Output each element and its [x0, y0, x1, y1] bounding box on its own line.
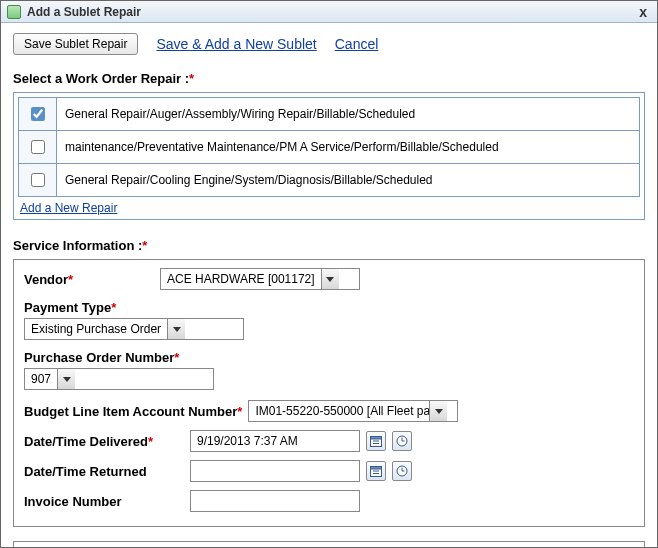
returned-input[interactable] [190, 460, 360, 482]
budget-value: IM01-55220-550000 [All Fleet part [249, 404, 429, 418]
save-sublet-button[interactable]: Save Sublet Repair [13, 33, 138, 55]
payment-type-label: Payment Type* [24, 300, 634, 315]
returned-row: Date/Time Returned [24, 460, 634, 482]
svg-rect-8 [371, 467, 382, 470]
payment-type-select[interactable]: Existing Purchase Order [24, 318, 244, 340]
svg-rect-1 [371, 437, 382, 440]
repair-panel: General Repair/Auger/Assembly/Wiring Rep… [13, 92, 645, 220]
po-number-label-text: Purchase Order Number [24, 350, 174, 365]
vendor-row: Vendor* ACE HARDWARE [001172] [24, 268, 634, 290]
delivered-label-text: Date/Time Delivered [24, 434, 148, 449]
repair-checkbox[interactable] [31, 173, 45, 187]
required-asterisk: * [142, 238, 147, 253]
repair-label: General Repair/Auger/Assembly/Wiring Rep… [57, 98, 640, 131]
delivered-row: Date/Time Delivered* [24, 430, 634, 452]
vendor-select[interactable]: ACE HARDWARE [001172] [160, 268, 360, 290]
table-row[interactable]: General Repair/Auger/Assembly/Wiring Rep… [19, 98, 640, 131]
service-heading-text: Service Information : [13, 238, 142, 253]
chevron-down-icon[interactable] [167, 319, 185, 339]
required-asterisk: * [189, 71, 194, 86]
chevron-down-icon[interactable] [57, 369, 75, 389]
repair-checkbox[interactable] [31, 140, 45, 154]
repair-checkbox[interactable] [31, 107, 45, 121]
po-number-select[interactable]: 907 [24, 368, 214, 390]
calendar-icon[interactable] [366, 431, 386, 451]
po-number-value: 907 [25, 372, 57, 386]
clock-icon[interactable] [392, 461, 412, 481]
content-area: Save Sublet Repair Save & Add a New Subl… [1, 23, 657, 547]
add-repair-link[interactable]: Add a New Repair [20, 201, 117, 215]
table-row[interactable]: maintenance/Preventative Maintenance/PM … [19, 131, 640, 164]
invoice-input[interactable] [190, 490, 360, 512]
delivered-input[interactable] [190, 430, 360, 452]
payment-type-label-text: Payment Type [24, 300, 111, 315]
required-asterisk: * [111, 300, 116, 315]
po-number-label: Purchase Order Number* [24, 350, 634, 365]
window-title: Add a Sublet Repair [27, 5, 141, 19]
vendor-label: Vendor* [24, 272, 154, 287]
repair-heading: Select a Work Order Repair :* [13, 71, 645, 86]
window-icon [7, 5, 21, 19]
invoice-label: Invoice Number [24, 494, 184, 509]
cancel-link[interactable]: Cancel [335, 36, 379, 52]
invoice-row: Invoice Number [24, 490, 634, 512]
required-asterisk: * [237, 404, 242, 419]
repair-heading-text: Select a Work Order Repair : [13, 71, 189, 86]
cost-panel: Cost Information : [13, 541, 645, 547]
titlebar: Add a Sublet Repair x [1, 1, 657, 23]
service-panel: Vendor* ACE HARDWARE [001172] Payment Ty… [13, 259, 645, 527]
required-asterisk: * [148, 434, 153, 449]
toolbar: Save Sublet Repair Save & Add a New Subl… [13, 33, 645, 55]
budget-row: Budget Line Item Account Number* IM01-55… [24, 400, 634, 422]
chevron-down-icon[interactable] [321, 269, 339, 289]
budget-select[interactable]: IM01-55220-550000 [All Fleet part [248, 400, 458, 422]
save-add-new-link[interactable]: Save & Add a New Sublet [156, 36, 316, 52]
table-row[interactable]: General Repair/Cooling Engine/System/Dia… [19, 164, 640, 197]
vendor-label-text: Vendor [24, 272, 68, 287]
repair-label: General Repair/Cooling Engine/System/Dia… [57, 164, 640, 197]
budget-label: Budget Line Item Account Number* [24, 404, 242, 419]
service-heading: Service Information :* [13, 238, 645, 253]
payment-type-value: Existing Purchase Order [25, 322, 167, 336]
vendor-value: ACE HARDWARE [001172] [161, 272, 321, 286]
clock-icon[interactable] [392, 431, 412, 451]
required-asterisk: * [68, 272, 73, 287]
dialog: Add a Sublet Repair x Save Sublet Repair… [0, 0, 658, 548]
close-button[interactable]: x [635, 4, 651, 20]
calendar-icon[interactable] [366, 461, 386, 481]
delivered-label: Date/Time Delivered* [24, 434, 184, 449]
chevron-down-icon[interactable] [429, 401, 447, 421]
repair-label: maintenance/Preventative Maintenance/PM … [57, 131, 640, 164]
returned-label: Date/Time Returned [24, 464, 184, 479]
repair-table: General Repair/Auger/Assembly/Wiring Rep… [18, 97, 640, 197]
budget-label-text: Budget Line Item Account Number [24, 404, 237, 419]
required-asterisk: * [174, 350, 179, 365]
